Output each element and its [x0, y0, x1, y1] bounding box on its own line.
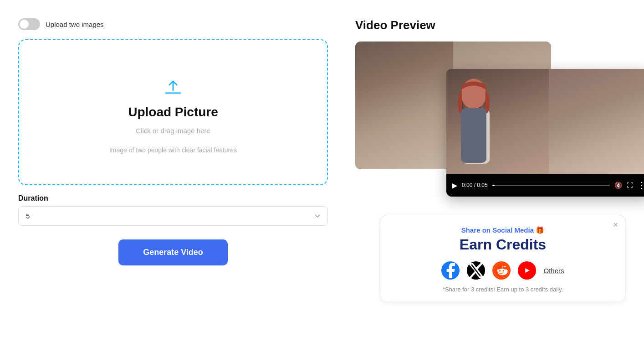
- video-person-right: [549, 69, 644, 174]
- duration-section: Duration 5 10 15 20: [18, 194, 328, 226]
- reddit-share-button[interactable]: [492, 261, 511, 280]
- toggle-row: Upload two images: [18, 18, 328, 30]
- video-player[interactable]: ▶ 0:00 / 0:05 🔇 ⛶ ⋮: [446, 69, 644, 197]
- duration-select[interactable]: 5 10 15 20: [18, 206, 328, 226]
- social-icons-row: Others: [393, 261, 613, 280]
- svg-rect-3: [461, 108, 486, 163]
- upload-title: Upload Picture: [128, 105, 218, 119]
- x-share-button[interactable]: [467, 261, 485, 280]
- upload-dropzone[interactable]: Upload Picture Click or drag image here …: [18, 39, 328, 185]
- x-icon: [467, 261, 485, 280]
- fullscreen-button[interactable]: ⛶: [627, 182, 633, 189]
- mute-button[interactable]: 🔇: [614, 182, 622, 189]
- upload-subtitle: Click or drag image here: [136, 127, 210, 135]
- progress-fill: [492, 185, 495, 186]
- youtube-share-button[interactable]: [518, 261, 536, 280]
- video-time: 0:00 / 0:05: [462, 182, 488, 188]
- video-preview-title: Video Preview: [355, 18, 626, 32]
- share-subtitle: Share on Social Media 🎁: [393, 226, 613, 234]
- upload-icon: [162, 76, 184, 98]
- facebook-share-button[interactable]: [441, 261, 460, 280]
- play-button[interactable]: ▶: [452, 181, 457, 190]
- facebook-icon: [441, 261, 460, 280]
- toggle-label: Upload two images: [46, 21, 104, 28]
- share-card: × Share on Social Media 🎁 Earn Credits: [380, 215, 626, 302]
- share-title: Earn Credits: [393, 236, 613, 253]
- upload-hint: Image of two people with clear facial fe…: [109, 146, 237, 154]
- generate-video-button[interactable]: Generate Video: [118, 239, 228, 265]
- right-panel: Video Preview: [355, 14, 626, 339]
- youtube-icon: [518, 261, 536, 280]
- upload-two-images-toggle[interactable]: [18, 18, 40, 30]
- person-right-silhouette: [451, 73, 496, 174]
- bg-person-left: [355, 42, 453, 169]
- duration-label: Duration: [18, 194, 328, 202]
- video-controls: ▶ 0:00 / 0:05 🔇 ⛶ ⋮: [446, 174, 644, 197]
- left-panel: Upload two images Upload Picture Click o…: [18, 14, 328, 339]
- video-content: [446, 69, 644, 174]
- others-share-button[interactable]: Others: [543, 267, 564, 275]
- video-preview-area: ▶ 0:00 / 0:05 🔇 ⛶ ⋮: [355, 42, 626, 201]
- share-close-button[interactable]: ×: [613, 221, 618, 229]
- share-note: *Share for 3 credits! Earn up to 3 credi…: [393, 286, 613, 293]
- progress-bar[interactable]: [492, 185, 610, 186]
- reddit-icon: [492, 261, 511, 280]
- more-options-button[interactable]: ⋮: [638, 180, 644, 190]
